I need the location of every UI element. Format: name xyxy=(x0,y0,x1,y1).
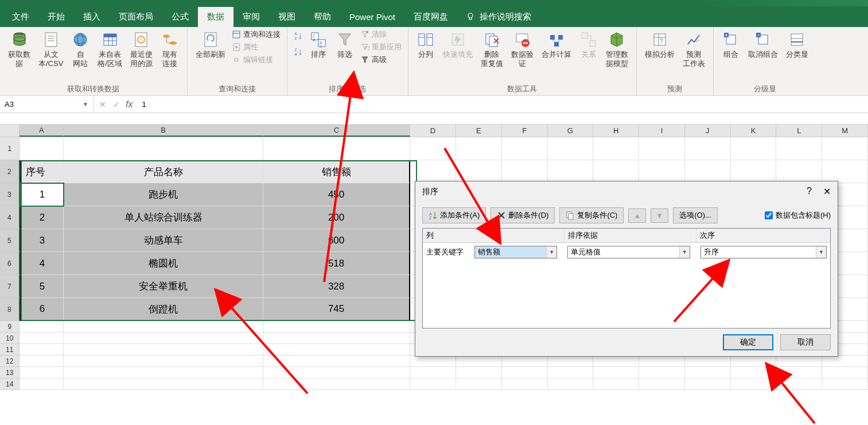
cell[interactable]: 3 xyxy=(20,229,64,252)
row-header[interactable]: 9 xyxy=(0,321,20,333)
properties-button[interactable]: 属性 xyxy=(230,41,282,53)
reapply-button[interactable]: 重新应用 xyxy=(359,41,403,53)
cell[interactable]: 跑步机 xyxy=(64,183,263,206)
cell[interactable]: 2 xyxy=(20,206,64,229)
close-button[interactable]: ✕ xyxy=(823,186,831,197)
cell[interactable]: 单人站综合训练器 xyxy=(64,206,263,229)
col-header[interactable]: J xyxy=(685,125,731,137)
cell[interactable]: 倒蹬机 xyxy=(64,298,263,321)
cell[interactable]: 600 xyxy=(263,229,410,252)
advanced-filter-button[interactable]: 高级 xyxy=(359,54,403,65)
row-header[interactable]: 5 xyxy=(0,229,20,252)
col-header[interactable]: G xyxy=(548,125,594,137)
recent-sources-button[interactable]: 最近使用的源 xyxy=(127,29,156,69)
cell[interactable]: 序号 xyxy=(20,160,64,183)
cancel-button[interactable]: 取消 xyxy=(780,334,831,350)
col-header[interactable]: D xyxy=(410,125,456,137)
cancel-formula-button[interactable]: ✕ xyxy=(99,100,106,109)
tab-data[interactable]: 数据 xyxy=(198,7,233,27)
sort-on-dropdown[interactable]: 单元格值▼ xyxy=(567,246,690,258)
refresh-all-button[interactable]: 全部刷新 xyxy=(192,29,229,61)
row-header[interactable]: 11 xyxy=(0,344,20,356)
cell[interactable]: 4 xyxy=(20,252,64,275)
clear-filter-button[interactable]: 清除 xyxy=(359,29,403,40)
row-header[interactable]: 14 xyxy=(0,378,20,390)
row-header[interactable]: 13 xyxy=(0,367,20,378)
copy-level-button[interactable]: 复制条件(C) xyxy=(559,207,624,223)
col-header[interactable]: F xyxy=(502,125,548,137)
row-header[interactable]: 7 xyxy=(0,275,20,298)
row-header[interactable]: 6 xyxy=(0,252,20,275)
cell[interactable]: 6 xyxy=(20,298,64,321)
row-header[interactable]: 3 xyxy=(0,183,20,206)
sort-button[interactable]: ZAAZ排序 xyxy=(306,29,331,61)
row-header[interactable]: 4 xyxy=(0,206,20,229)
sort-options-button[interactable]: 选项(O)... xyxy=(673,207,718,223)
sort-asc-button[interactable]: AZ xyxy=(292,31,305,41)
row-header[interactable]: 2 xyxy=(0,160,20,183)
cell[interactable]: 5 xyxy=(20,275,64,298)
tab-review[interactable]: 审阅 xyxy=(233,7,269,27)
data-validation-button[interactable]: 数据验证 xyxy=(508,29,537,69)
move-up-button[interactable]: ▲ xyxy=(628,208,646,223)
consolidate-button[interactable]: 合并计算 xyxy=(538,29,575,61)
forecast-button[interactable]: 预测工作表 xyxy=(679,29,709,69)
from-text-button[interactable]: 从文本/CSV xyxy=(35,29,67,69)
move-down-button[interactable]: ▼ xyxy=(651,208,668,223)
cell[interactable]: 安全举重机 xyxy=(64,275,263,298)
text-to-columns-button[interactable]: 分列 xyxy=(413,29,438,61)
col-header[interactable]: I xyxy=(639,125,685,137)
cell[interactable]: 328 xyxy=(263,275,410,298)
tab-file[interactable]: 文件 xyxy=(3,7,38,27)
delete-level-button[interactable]: 删除条件(D) xyxy=(491,207,555,223)
col-header[interactable]: H xyxy=(593,125,639,137)
edit-links-button[interactable]: 编辑链接 xyxy=(230,54,282,65)
get-data-button[interactable]: 获取数据 xyxy=(5,29,34,69)
cell[interactable]: 椭圆机 xyxy=(64,252,263,275)
remove-dup-button[interactable]: 删除重复值 xyxy=(477,29,507,69)
whatif-button[interactable]: ?模拟分析 xyxy=(641,29,678,61)
from-table-button[interactable]: 来自表格/区域 xyxy=(94,29,126,69)
relations-button[interactable]: 关系 xyxy=(576,29,601,61)
cell[interactable]: 动感单车 xyxy=(64,229,263,252)
tab-home[interactable]: 开始 xyxy=(38,7,74,27)
row-header[interactable]: 10 xyxy=(0,333,20,344)
cell[interactable]: 450 xyxy=(263,183,410,206)
row-header[interactable]: 12 xyxy=(0,356,20,367)
cell[interactable]: 518 xyxy=(263,252,410,275)
cell[interactable]: 200 xyxy=(263,206,410,229)
ok-button[interactable]: 确定 xyxy=(723,334,773,350)
tab-baidu[interactable]: 百度网盘 xyxy=(404,7,457,27)
col-header[interactable]: L xyxy=(776,125,822,137)
existing-conn-button[interactable]: 现有连接 xyxy=(157,29,182,69)
header-checkbox[interactable]: 数据包含标题(H) xyxy=(765,210,831,221)
cell[interactable]: 1 xyxy=(20,183,64,206)
select-all-corner[interactable] xyxy=(0,125,20,137)
tab-powerpivot[interactable]: Power Pivot xyxy=(340,7,404,26)
formula-input[interactable]: 1 xyxy=(137,100,868,109)
col-header[interactable]: C xyxy=(263,125,410,137)
add-level-button[interactable]: AZ添加条件(A) xyxy=(422,207,486,223)
filter-button[interactable]: 筛选 xyxy=(332,29,357,61)
data-model-button[interactable]: 管理数据模型 xyxy=(602,29,632,69)
col-header[interactable]: A xyxy=(20,125,64,137)
cell[interactable]: 销售额 xyxy=(263,160,410,183)
sort-order-dropdown[interactable]: 升序▼ xyxy=(700,246,827,258)
col-header[interactable]: M xyxy=(822,125,868,137)
row-header[interactable]: 8 xyxy=(0,298,20,321)
cell[interactable]: 745 xyxy=(263,298,410,321)
sort-desc-button[interactable]: ZA xyxy=(292,47,305,57)
col-header[interactable]: B xyxy=(64,125,263,137)
cell[interactable]: 产品名称 xyxy=(64,160,263,183)
tab-formula[interactable]: 公式 xyxy=(162,7,198,27)
sort-column-dropdown[interactable]: 销售额▼ xyxy=(474,246,557,258)
queries-button[interactable]: 查询和连接 xyxy=(230,29,282,40)
tab-help[interactable]: 帮助 xyxy=(305,7,340,27)
subtotal-button[interactable]: 分类显 xyxy=(783,29,812,61)
name-box[interactable]: A3▼ xyxy=(0,96,94,113)
help-button[interactable]: ? xyxy=(807,186,812,197)
tab-layout[interactable]: 页面布局 xyxy=(110,7,162,27)
flash-fill-button[interactable]: 快速填充 xyxy=(439,29,476,61)
ungroup-button[interactable]: 取消组合 xyxy=(745,29,781,61)
group-button[interactable]: 组合 xyxy=(718,29,744,61)
